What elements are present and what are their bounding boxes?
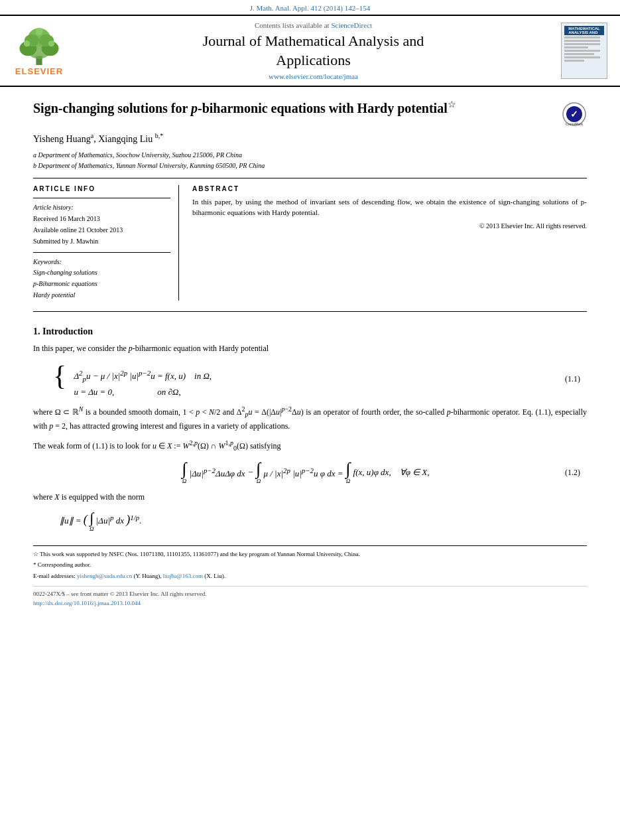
- eq1-number: (1.1): [565, 374, 587, 384]
- equation-1-1-block: { Δ2pu − μ / |x|2p |u|p−2u = f(x, u) in …: [33, 362, 587, 397]
- journal-center: Contents lists available at ScienceDirec…: [76, 21, 551, 80]
- equation-1-2-block: ∫ Ω |Δu|p−2ΔuΔφ dx − ∫ Ω μ / |x|2p |u|p−…: [33, 460, 587, 484]
- doi-link[interactable]: http://dx.doi.org/10.1016/j.jmaa.2013.10…: [33, 600, 141, 606]
- svg-point-7: [24, 40, 30, 46]
- bottom-bar-text: 0022-247X/$ – see front matter © 2013 El…: [33, 591, 587, 597]
- affiliation-b: b Department of Mathematics, Yunnan Norm…: [33, 161, 587, 171]
- journal-cover-right: Journal ofMATHEMATICALANALYSIS ANDAPPLIC…: [558, 23, 611, 79]
- intro-para2: where Ω ⊂ ℝN is a bounded smooth domain,…: [33, 404, 587, 433]
- norm-equation: ‖u‖ = ( ∫ Ω |Δu|p dx )1/p.: [60, 511, 587, 532]
- author2-name: Xiangqing Liu: [98, 134, 153, 144]
- article-info-header: ARTICLE INFO: [33, 185, 170, 192]
- abstract-column: ABSTRACT In this paper, by using the met…: [192, 185, 587, 301]
- header-divider: [33, 178, 587, 178]
- intro-para1: In this paper, we consider the p-biharmo…: [33, 342, 587, 355]
- journal-cover-thumbnail: Journal ofMATHEMATICALANALYSIS ANDAPPLIC…: [561, 23, 607, 79]
- journal-title: Journal of Mathematical Analysis and App…: [76, 32, 551, 70]
- author2-sup: b,*: [155, 132, 164, 139]
- section-number: 1.: [33, 326, 40, 336]
- info-divider2: [33, 252, 170, 253]
- journal-header: ELSEVIER Contents lists available at Sci…: [0, 15, 620, 87]
- history-available: Available online 21 October 2013: [33, 224, 170, 236]
- journal-url-link[interactable]: www.elsevier.com/locate/jmaa: [76, 72, 551, 80]
- svg-text:CrossMark: CrossMark: [566, 122, 583, 126]
- email2-link[interactable]: lxq8u@163.com: [163, 573, 203, 579]
- copyright-line: © 2013 Elsevier Inc. All rights reserved…: [192, 222, 587, 230]
- equation-1-1: { Δ2pu − μ / |x|2p |u|p−2u = f(x, u) in …: [33, 362, 565, 397]
- footnote-star: ☆ This work was supported by NSFC (Nos. …: [33, 550, 587, 559]
- eq2-number: (1.2): [565, 468, 587, 478]
- keyword-3: Hardy potential: [33, 289, 170, 301]
- elsevier-brand-text: ELSEVIER: [15, 66, 63, 76]
- keywords-label: Keywords:: [33, 258, 170, 265]
- brace-icon: {: [53, 360, 66, 391]
- history-submitted: Submitted by J. Mawhin: [33, 236, 170, 247]
- elsevier-tree-icon: [13, 25, 66, 65]
- svg-point-9: [35, 28, 42, 35]
- footnote-emails: E-mail addresses: yishengh@suda.edu.cn (…: [33, 572, 587, 581]
- eq1-line2: u = Δu = 0, on ∂Ω,: [74, 387, 212, 397]
- section-divider: [33, 311, 587, 312]
- section-1-title: 1. Introduction: [33, 326, 587, 337]
- keyword-2: p-Biharmonic equations: [33, 278, 170, 289]
- main-content: Sign-changing solutions for p-biharmonic…: [0, 87, 620, 624]
- affiliation-a: a Department of Mathematics, Soochow Uni…: [33, 150, 587, 161]
- section-label: Introduction: [42, 326, 93, 336]
- footer-divider: [33, 545, 587, 546]
- email1-link[interactable]: yishengh@suda.edu.cn: [77, 573, 132, 579]
- keyword-1: Sign-changing solutions: [33, 267, 170, 278]
- article-info-column: ARTICLE INFO Article history: Received 1…: [33, 185, 179, 301]
- abstract-text: In this paper, by using the method of in…: [192, 196, 587, 218]
- intro-para3: The weak form of (1.1) is to look for u …: [33, 438, 587, 454]
- authors-line: Yisheng Huanga, Xiangqing Liu b,*: [33, 132, 587, 145]
- svg-point-8: [48, 40, 54, 46]
- author1-name: Yisheng Huang: [33, 134, 91, 144]
- crossmark-badge-icon: ✓ CrossMark: [562, 102, 587, 127]
- footnote-corresponding: * Corresponding author.: [33, 561, 587, 570]
- history-received: Received 16 March 2013: [33, 213, 170, 224]
- title-star: ☆: [448, 100, 456, 109]
- eq1-line1: Δ2pu − μ / |x|2p |u|p−2u = f(x, u) in Ω,: [74, 369, 212, 383]
- history-items: Received 16 March 2013 Available online …: [33, 213, 170, 247]
- title-text: Sign-changing solutions for p-biharmonic…: [33, 99, 555, 117]
- citation-text: J. Math. Anal. Appl. 412 (2014) 142–154: [250, 4, 371, 12]
- info-abstract-columns: ARTICLE INFO Article history: Received 1…: [33, 185, 587, 301]
- elsevier-logo-left: ELSEVIER: [9, 25, 69, 76]
- affiliations-block: a Department of Mathematics, Soochow Uni…: [33, 150, 587, 171]
- abstract-header: ABSTRACT: [192, 185, 587, 192]
- science-direct-link[interactable]: ScienceDirect: [331, 21, 372, 29]
- svg-text:✓: ✓: [570, 109, 578, 119]
- contents-label: Contents lists available at ScienceDirec…: [76, 21, 551, 29]
- article-title-block: Sign-changing solutions for p-biharmonic…: [33, 99, 587, 127]
- keywords-list: Sign-changing solutions p-Biharmonic equ…: [33, 267, 170, 301]
- citation-bar: J. Math. Anal. Appl. 412 (2014) 142–154: [0, 0, 620, 15]
- history-label: Article history:: [33, 204, 170, 211]
- page-wrapper: J. Math. Anal. Appl. 412 (2014) 142–154 …: [0, 0, 620, 840]
- intro-para4: where X is equipped with the norm: [33, 491, 587, 504]
- bottom-bar: 0022-247X/$ – see front matter © 2013 El…: [33, 586, 587, 610]
- equation-1-2: ∫ Ω |Δu|p−2ΔuΔφ dx − ∫ Ω μ / |x|2p |u|p−…: [33, 460, 565, 484]
- info-divider1: [33, 198, 170, 198]
- equation-system: Δ2pu − μ / |x|2p |u|p−2u = f(x, u) in Ω,…: [74, 369, 212, 397]
